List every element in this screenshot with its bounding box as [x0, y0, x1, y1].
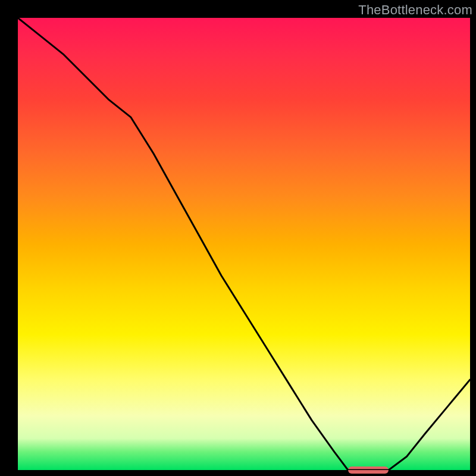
curve-svg: [18, 18, 470, 470]
watermark-text: TheBottleneck.com: [358, 2, 472, 18]
minimum-marker: [348, 466, 389, 474]
chart-container: TheBottleneck.com: [0, 0, 476, 476]
plot-area: [18, 18, 470, 470]
bottleneck-curve: [18, 18, 470, 470]
